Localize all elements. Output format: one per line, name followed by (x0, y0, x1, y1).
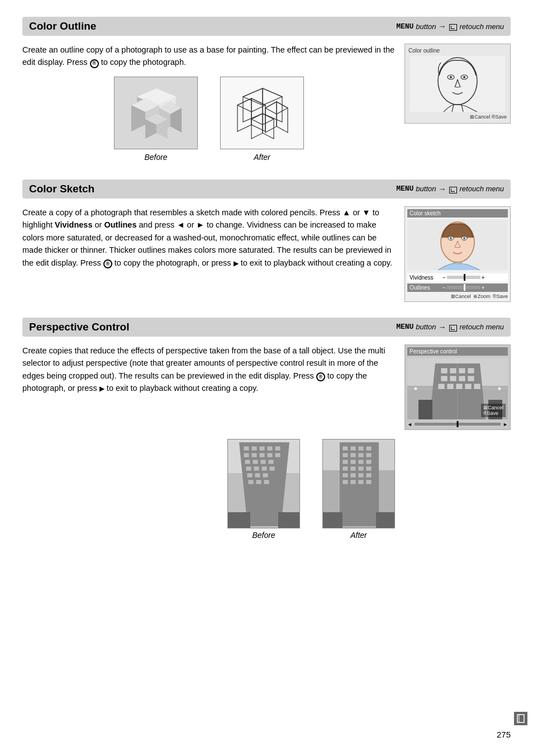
svg-rect-112 (350, 473, 356, 478)
svg-rect-98 (366, 446, 372, 451)
svg-rect-72 (251, 453, 257, 457)
svg-rect-114 (366, 473, 372, 478)
vividness-bold: Vividness (55, 220, 92, 229)
menu-label-3: MENU (396, 323, 413, 331)
svg-rect-90 (228, 512, 250, 528)
svg-rect-99 (342, 453, 348, 457)
vividness-slider-row: Vividness − + (407, 273, 508, 282)
outlines-slider-label: Outlines (410, 285, 440, 291)
svg-rect-107 (342, 466, 348, 471)
perspective-control-header: Perspective Control MENU button → retouc… (22, 318, 511, 337)
svg-rect-80 (246, 466, 251, 471)
after-label: After (254, 152, 270, 164)
outlines-slider-row: Outlines − + (407, 284, 508, 292)
color-sketch-description: Create a copy of a photograph that resem… (22, 206, 396, 269)
svg-rect-71 (244, 453, 249, 457)
svg-rect-70 (275, 446, 280, 451)
svg-rect-50 (459, 376, 465, 381)
svg-rect-48 (441, 376, 448, 381)
persp-after-label: After (350, 531, 367, 540)
sketch-preview-img (407, 220, 508, 270)
sketch-preview-box: Color sketch (404, 206, 511, 302)
minus-icon: − (442, 275, 446, 281)
color-outline-images: Before (22, 77, 396, 164)
retouch-label-2: retouch menu (460, 185, 505, 193)
ok-icon-2: ® (103, 259, 112, 268)
sketch-controls: ⊠Cancel ⊕Zoom ®Save (407, 294, 508, 299)
color-outline-preview: Color outline (404, 44, 511, 164)
svg-rect-88 (256, 480, 261, 484)
svg-rect-110 (366, 466, 372, 471)
page-number: 275 (497, 730, 511, 739)
menu-label-2: MENU (396, 185, 413, 193)
svg-rect-96 (350, 446, 356, 451)
preview-face-svg (410, 56, 505, 112)
svg-rect-105 (358, 460, 364, 464)
svg-rect-69 (267, 446, 273, 451)
perspective-bottom-images: Before (112, 439, 511, 540)
play-icon: ▶ (234, 259, 239, 267)
svg-rect-83 (269, 466, 275, 471)
persp-before-item: Before (227, 439, 300, 540)
retouch-menu-icon-2 (449, 187, 457, 193)
before-label: Before (144, 152, 167, 164)
svg-rect-113 (358, 473, 364, 478)
perspective-control-text: Create copies that reduce the effects of… (22, 344, 396, 430)
color-outline-menu-path: MENU button → retouch menu (396, 22, 504, 31)
color-sketch-text: Create a copy of a photograph that resem… (22, 206, 396, 302)
perspective-control-body: Create copies that reduce the effects of… (22, 344, 511, 430)
menu-label: MENU (396, 22, 413, 31)
color-outline-description: Create an outline copy of a photograph t… (22, 44, 396, 69)
outlines-bar (447, 286, 480, 289)
cancel-label: ⊠Cancel (470, 114, 490, 120)
svg-rect-108 (350, 466, 356, 471)
svg-rect-116 (350, 480, 356, 484)
persp-slider-left: ◄ (407, 422, 412, 427)
svg-rect-97 (358, 446, 364, 451)
svg-rect-78 (260, 460, 266, 464)
svg-rect-84 (247, 473, 253, 478)
color-outline-section: Color Outline MENU button → retouch menu… (22, 17, 511, 164)
before-image-box (114, 77, 198, 149)
color-sketch-preview: Color sketch (404, 206, 511, 302)
preview-img-area (410, 56, 505, 112)
svg-rect-74 (267, 453, 273, 457)
svg-rect-68 (259, 446, 265, 451)
arrow-icon: → (439, 22, 446, 31)
before-svg (115, 77, 198, 149)
svg-rect-49 (450, 376, 456, 381)
outlines-marker (464, 284, 465, 291)
save-sketch: ®Save (493, 294, 508, 299)
color-outline-preview-box: Color outline (404, 44, 511, 124)
svg-rect-45 (450, 368, 456, 374)
svg-rect-53 (447, 384, 454, 389)
sidebar-icon (514, 712, 527, 725)
svg-rect-87 (248, 480, 254, 484)
persp-after-svg (323, 440, 395, 528)
menu-button-label-3: button (416, 323, 436, 331)
arrow-icon-2: → (439, 185, 446, 193)
persp-after-item: After (322, 439, 395, 540)
retouch-label-3: retouch menu (460, 323, 505, 331)
color-sketch-menu-path: MENU button → retouch menu (396, 185, 504, 193)
after-image-item: After (220, 77, 304, 164)
before-image-item: Before (114, 77, 198, 164)
perspective-control-menu-path: MENU button → retouch menu (396, 323, 504, 332)
svg-rect-81 (254, 466, 259, 471)
sketch-preview-title: Color sketch (407, 209, 508, 218)
svg-rect-44 (441, 368, 448, 374)
svg-rect-120 (376, 512, 395, 528)
svg-rect-26 (410, 56, 505, 112)
color-sketch-header: Color Sketch MENU button → retouch menu (22, 179, 511, 199)
menu-button-label-2: button (416, 185, 436, 193)
svg-rect-115 (342, 480, 348, 484)
svg-rect-75 (275, 453, 280, 457)
svg-rect-100 (350, 453, 356, 457)
retouch-menu-icon (449, 24, 457, 31)
sketch-sliders: Vividness − + Outlines − (407, 273, 508, 292)
perspective-preview: Perspective control (404, 344, 511, 430)
color-sketch-section: Color Sketch MENU button → retouch menu … (22, 179, 511, 302)
zoom-sketch: ⊕Zoom (473, 294, 491, 299)
svg-rect-111 (342, 473, 348, 478)
svg-point-30 (450, 76, 452, 78)
